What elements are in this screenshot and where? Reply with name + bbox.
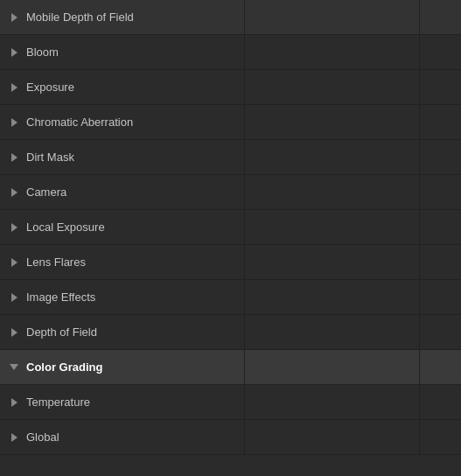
list-item-color-grading[interactable]: Color Grading (0, 350, 461, 385)
list-item-camera[interactable]: Camera (0, 175, 461, 210)
far-right-col-lens-flares (419, 245, 454, 279)
list-item-mobile-depth-of-field[interactable]: Mobile Depth of Field (0, 0, 461, 35)
right-col-temperature (244, 385, 419, 419)
right-col-chromatic-aberration (244, 105, 419, 139)
list-item-dirt-mask[interactable]: Dirt Mask (0, 140, 461, 175)
far-right-col-image-effects (419, 280, 454, 314)
far-right-col-local-exposure (419, 210, 454, 244)
right-col-local-exposure (244, 210, 419, 244)
far-right-col-color-grading (419, 350, 454, 384)
list-item-image-effects[interactable]: Image Effects (0, 280, 461, 315)
item-label-exposure: Exposure (26, 80, 244, 94)
item-label-color-grading: Color Grading (26, 360, 244, 374)
list-item-lens-flares[interactable]: Lens Flares (0, 245, 461, 280)
chevron-right-icon[interactable] (7, 290, 21, 304)
chevron-right-icon[interactable] (7, 80, 21, 94)
far-right-col-bloom (419, 35, 454, 69)
chevron-right-icon[interactable] (7, 46, 21, 60)
chevron-right-icon[interactable] (7, 396, 21, 410)
right-col-color-grading (244, 350, 419, 384)
item-label-dirt-mask: Dirt Mask (26, 150, 244, 164)
item-label-global: Global (26, 430, 244, 444)
right-col-dirt-mask (244, 140, 419, 174)
chevron-right-icon[interactable] (7, 10, 21, 24)
chevron-right-icon[interactable] (7, 150, 21, 164)
list-item-temperature[interactable]: Temperature (0, 385, 461, 420)
item-label-image-effects: Image Effects (26, 290, 244, 304)
far-right-col-exposure (419, 70, 454, 104)
right-col-mobile-depth-of-field (244, 0, 419, 34)
settings-list: Mobile Depth of FieldBloomExposureChroma… (0, 0, 461, 476)
chevron-right-icon[interactable] (7, 186, 21, 200)
chevron-right-icon[interactable] (7, 326, 21, 340)
item-label-lens-flares: Lens Flares (26, 256, 244, 269)
chevron-right-icon[interactable] (7, 256, 21, 270)
far-right-col-temperature (419, 385, 454, 419)
chevron-right-icon[interactable] (7, 430, 21, 444)
item-label-chromatic-aberration: Chromatic Aberration (26, 116, 244, 129)
list-item-depth-of-field[interactable]: Depth of Field (0, 315, 461, 350)
list-item-chromatic-aberration[interactable]: Chromatic Aberration (0, 105, 461, 140)
chevron-down-icon[interactable] (7, 360, 21, 374)
far-right-col-depth-of-field (419, 315, 454, 349)
right-col-depth-of-field (244, 315, 419, 349)
right-col-global (244, 420, 419, 454)
far-right-col-dirt-mask (419, 140, 454, 174)
right-col-exposure (244, 70, 419, 104)
list-item-bloom[interactable]: Bloom (0, 35, 461, 70)
chevron-right-icon[interactable] (7, 116, 21, 130)
item-label-local-exposure: Local Exposure (26, 220, 244, 234)
right-col-camera (244, 175, 419, 209)
chevron-right-icon[interactable] (7, 220, 21, 234)
item-label-mobile-depth-of-field: Mobile Depth of Field (26, 10, 244, 24)
right-col-image-effects (244, 280, 419, 314)
far-right-col-chromatic-aberration (419, 105, 454, 139)
list-item-local-exposure[interactable]: Local Exposure (0, 210, 461, 245)
item-label-temperature: Temperature (26, 396, 244, 409)
item-label-bloom: Bloom (26, 46, 244, 59)
list-item-exposure[interactable]: Exposure (0, 70, 461, 105)
far-right-col-camera (419, 175, 454, 209)
right-col-lens-flares (244, 245, 419, 279)
list-item-global[interactable]: Global (0, 420, 461, 455)
far-right-col-mobile-depth-of-field (419, 0, 454, 34)
far-right-col-global (419, 420, 454, 454)
item-label-depth-of-field: Depth of Field (26, 326, 244, 339)
item-label-camera: Camera (26, 186, 244, 199)
right-col-bloom (244, 35, 419, 69)
